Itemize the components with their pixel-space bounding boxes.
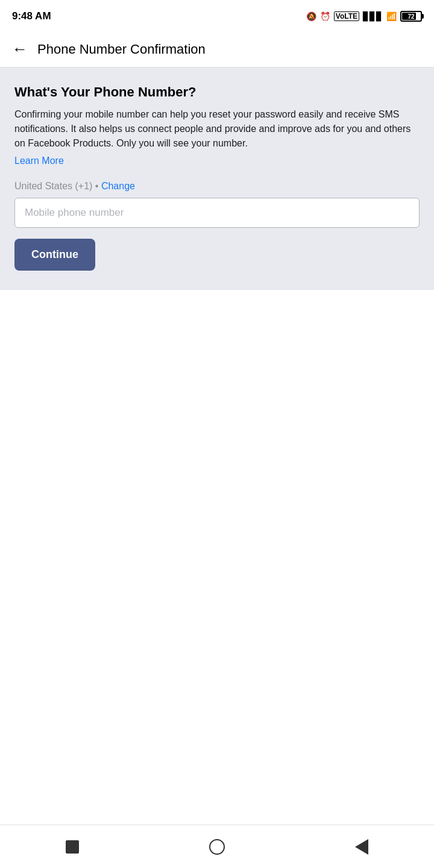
back-button[interactable]: ← (12, 40, 28, 58)
continue-button[interactable]: Continue (14, 239, 95, 271)
alarm-icon: ⏰ (320, 11, 330, 21)
home-button[interactable] (202, 832, 232, 862)
main-content (0, 290, 434, 868)
learn-more-link[interactable]: Learn More (14, 156, 64, 166)
back-nav-button[interactable] (347, 832, 377, 862)
triangle-back-icon (355, 839, 368, 855)
change-link[interactable]: Change (101, 181, 135, 191)
square-icon (66, 840, 79, 854)
phone-number-card: What's Your Phone Number? Confirming you… (0, 68, 434, 290)
recent-apps-button[interactable] (57, 832, 87, 862)
country-label: United States (+1) (14, 181, 92, 191)
card-heading: What's Your Phone Number? (14, 84, 420, 100)
country-selector: United States (+1) • Change (14, 181, 420, 192)
bottom-nav (0, 825, 434, 868)
nav-bar: ← Phone Number Confirmation (0, 31, 434, 68)
status-time: 9:48 AM (12, 10, 51, 22)
status-icons: 🔕 ⏰ VoLTE ▊▊▊ 📶 72 (306, 11, 422, 22)
volte-icon: VoLTE (334, 11, 359, 21)
dot-separator: • (92, 181, 101, 191)
battery-icon: 72 (400, 11, 422, 22)
page-title: Phone Number Confirmation (37, 42, 206, 57)
signal-icon: ▊▊▊ (363, 11, 383, 21)
phone-number-input[interactable] (14, 198, 420, 228)
circle-icon (209, 839, 225, 855)
battery-level: 72 (407, 13, 414, 20)
status-bar: 9:48 AM 🔕 ⏰ VoLTE ▊▊▊ 📶 72 (0, 0, 434, 31)
wifi-icon: 📶 (386, 11, 397, 21)
card-description: Confirming your mobile number can help y… (14, 107, 420, 151)
notification-muted-icon: 🔕 (306, 11, 316, 21)
